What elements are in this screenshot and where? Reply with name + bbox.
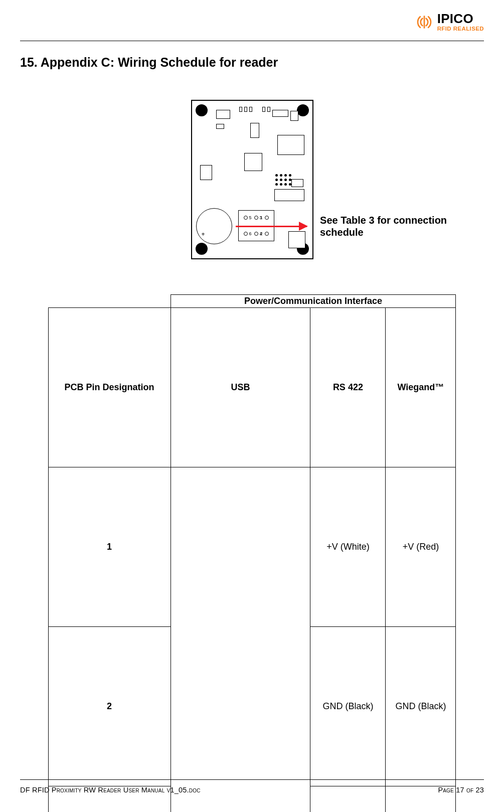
wiring-schedule-table: Power/Communication Interface PCB Pin De… <box>48 294 456 812</box>
page-footer: DF RFID Proximity RW Reader User Manual … <box>20 779 484 794</box>
pcb-diagram: + 123 456 See Table 3 for connection sch… <box>20 100 484 259</box>
col-pcb: PCB Pin Designation <box>48 308 171 467</box>
col-usb: USB <box>171 308 310 467</box>
footer-doc-name: DF RFID Proximity RW Reader User Manual … <box>20 786 201 794</box>
table-row: 1 Terminated on USB type A connector +V … <box>48 467 456 627</box>
callout-text: See Table 3 for connection schedule <box>320 214 484 238</box>
col-wiegand: Wiegand™ <box>386 308 456 467</box>
diagram-callout: See Table 3 for connection schedule <box>236 214 484 238</box>
brand-tagline: RFID REALISED <box>437 26 484 32</box>
section-heading: 15. Appendix C: Wiring Schedule for read… <box>20 55 484 70</box>
arrow-icon <box>236 226 307 227</box>
col-rs422: RS 422 <box>310 308 386 467</box>
brand-name: IPICO <box>437 12 484 26</box>
page-header: IPICO RFID REALISED <box>20 0 484 41</box>
footer-page-number: Page 17 of 23 <box>438 786 484 794</box>
svg-rect-0 <box>423 16 425 28</box>
brand-logo: IPICO RFID REALISED <box>415 12 484 32</box>
table-group-header: Power/Communication Interface <box>171 295 456 308</box>
usb-merged-cell: Terminated on USB type A connector <box>171 467 310 812</box>
rfid-waves-icon <box>415 13 433 31</box>
